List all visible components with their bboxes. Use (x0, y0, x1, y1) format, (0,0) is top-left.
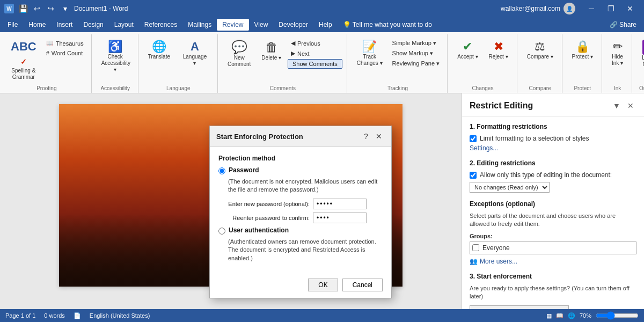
share-button[interactable]: 🔗 Share (604, 19, 642, 31)
thesaurus-button[interactable]: 📖 Thesaurus (43, 39, 87, 48)
accept-button[interactable]: ✔ Accept ▾ (453, 36, 482, 63)
compare-label: Compare ▾ (527, 54, 553, 60)
protect-icon: 🔒 (575, 40, 590, 54)
user-auth-radio[interactable] (218, 228, 225, 235)
redo-button[interactable]: ↪ (45, 3, 57, 14)
formatting-restrictions-section: 1. Formatting restrictions Limit formatt… (470, 123, 636, 152)
word-icon: W (4, 4, 14, 13)
confirm-input-label: Reenter password to confirm: (218, 215, 310, 221)
ribbon-group-comments: 💬 NewComment 🗑 Delete ▾ ◀ Previous ▶ Nex… (219, 34, 347, 93)
translate-button[interactable]: 🌐 Translate (144, 36, 174, 63)
quick-access-more[interactable]: ▾ (59, 3, 71, 14)
new-comment-icon: 💬 (231, 40, 247, 55)
compare-button[interactable]: ⚖ Compare ▾ (523, 36, 558, 63)
dialog-title: Start Enforcing Protection (216, 133, 303, 141)
restore-button[interactable]: ❐ (601, 0, 620, 17)
language-label: Language ▾ (181, 54, 209, 67)
password-radio[interactable] (218, 167, 225, 174)
user-auth-radio-desc: (Authenticated owners can remove documen… (228, 238, 383, 262)
translate-icon: 🌐 (152, 40, 166, 54)
confirm-input-row: Reenter password to confirm: (218, 213, 383, 223)
groups-label: Groups: (470, 233, 636, 239)
more-users-icon: 👥 (470, 258, 478, 265)
spelling-grammar-button[interactable]: ABC✓ Spelling &Grammar (6, 36, 41, 84)
previous-icon: ◀ (291, 40, 295, 47)
dialog-help-button[interactable]: ? (360, 130, 372, 142)
menu-file[interactable]: File (2, 19, 23, 31)
new-comment-button[interactable]: 💬 NewComment (223, 36, 255, 71)
restrict-close-button[interactable]: ✕ (625, 100, 636, 112)
linked-notes-button[interactable]: N LinkedNotes (638, 36, 644, 71)
simple-markup-button[interactable]: Simple Markup ▾ (389, 39, 443, 48)
formatting-checkbox[interactable] (470, 135, 477, 142)
reviewing-pane-button[interactable]: Reviewing Pane ▾ (389, 59, 443, 68)
tell-me[interactable]: 💡 Tell me what you want to do (338, 19, 437, 31)
onenote-content: N LinkedNotes (638, 34, 644, 84)
password-radio-label: Password (229, 166, 259, 174)
zoom-slider[interactable] (596, 311, 639, 320)
group-everyone-checkbox[interactable] (472, 244, 479, 251)
accept-label: Accept ▾ (457, 54, 478, 60)
menu-help[interactable]: Help (313, 19, 338, 31)
view-normal-icon[interactable]: ▦ (546, 312, 552, 319)
next-comment-button[interactable]: ▶ Next (288, 49, 342, 58)
menu-mailings[interactable]: Mailings (182, 19, 217, 31)
proofing-content: ABC✓ Spelling &Grammar 📖 Thesaurus # Wor… (6, 34, 87, 84)
view-read-icon[interactable]: 📖 (556, 312, 564, 319)
track-changes-button[interactable]: 📝 TrackChanges ▾ (353, 36, 387, 70)
confirm-input[interactable] (313, 213, 367, 223)
compare-icon: ⚖ (535, 40, 545, 54)
restrict-body: 1. Formatting restrictions Limit formatt… (462, 116, 644, 309)
track-changes-icon: 📝 (362, 40, 377, 54)
dialog-cancel-button[interactable]: Cancel (342, 279, 383, 291)
password-input[interactable] (313, 199, 367, 209)
tracking-group-label: Tracking (353, 84, 443, 93)
language-status: English (United States) (90, 312, 150, 319)
save-button[interactable]: 💾 (17, 3, 29, 14)
ribbon-group-language: 🌐 Translate A Language ▾ Language (140, 34, 218, 93)
restrict-collapse-button[interactable]: ▼ (611, 100, 623, 112)
dialog-header: Start Enforcing Protection ? ✕ (210, 126, 391, 147)
language-button[interactable]: A Language ▾ (177, 36, 213, 70)
compare-group-label: Compare (523, 84, 558, 93)
status-bar: Page 1 of 1 0 words 📄 English (United St… (0, 309, 644, 322)
menu-developer[interactable]: Developer (273, 19, 313, 31)
menu-design[interactable]: Design (78, 19, 108, 31)
editing-checkbox[interactable] (470, 172, 477, 179)
more-users-row[interactable]: 👥 More users... (470, 258, 636, 265)
restrict-panel-title: Restrict Editing (470, 101, 533, 111)
protect-button[interactable]: 🔒 Protect ▾ (568, 36, 597, 63)
previous-comment-button[interactable]: ◀ Previous (288, 39, 342, 48)
reject-button[interactable]: ✖ Reject ▾ (485, 36, 513, 63)
spelling-icon: ABC✓ (11, 40, 36, 68)
menu-layout[interactable]: Layout (109, 19, 139, 31)
track-changes-label: TrackChanges ▾ (357, 54, 383, 67)
editing-dropdown[interactable]: No changes (Read only) (470, 182, 550, 193)
delete-comment-button[interactable]: 🗑 Delete ▾ (257, 36, 286, 64)
new-comment-label: NewComment (228, 55, 251, 68)
show-comments-button[interactable]: Show Comments (288, 59, 342, 69)
view-web-icon[interactable]: 🌐 (568, 312, 575, 319)
menu-insert[interactable]: Insert (51, 19, 78, 31)
menu-view[interactable]: View (249, 19, 274, 31)
title-bar-right: wallaker@gmail.com 👤 ─ ❐ ✕ (501, 0, 640, 17)
menu-references[interactable]: References (139, 19, 182, 31)
enforce-protection-button[interactable]: Yes, Start Enforcing Protection (470, 305, 569, 309)
restrict-editing-panel: Restrict Editing ▼ ✕ 1. Formatting restr… (462, 93, 644, 309)
minimize-button[interactable]: ─ (582, 0, 601, 17)
undo-button[interactable]: ↩ (31, 3, 43, 14)
close-button[interactable]: ✕ (620, 0, 640, 17)
dialog-ok-button[interactable]: OK (308, 279, 338, 291)
reject-icon: ✖ (494, 40, 503, 54)
show-markup-button[interactable]: Show Markup ▾ (389, 49, 443, 58)
menu-review[interactable]: Review (217, 19, 248, 31)
protect-label: Protect ▾ (572, 54, 593, 60)
proofing-group-label: Proofing (6, 84, 87, 93)
word-count-button[interactable]: # Word Count (43, 49, 87, 57)
user-auth-radio-row: User authentication (218, 226, 383, 235)
dialog-close-button[interactable]: ✕ (373, 130, 385, 142)
settings-link[interactable]: Settings... (470, 144, 498, 152)
check-accessibility-button[interactable]: ♿ CheckAccessibility ▾ (97, 36, 134, 76)
hide-ink-button[interactable]: ✏ HideInk ▾ (608, 36, 627, 70)
menu-home[interactable]: Home (23, 19, 51, 31)
